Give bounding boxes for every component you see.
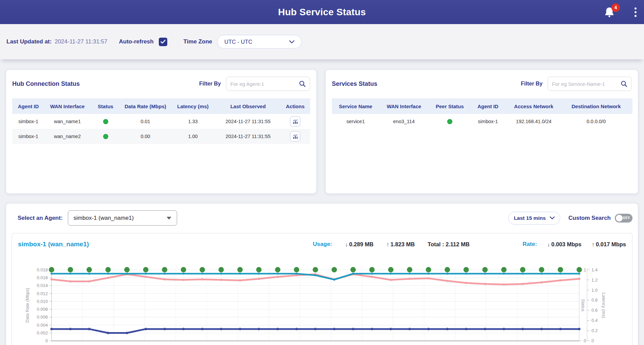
status-dot-up: [103, 119, 108, 124]
hub-connection-table: Agent IDWAN InterfaceStatusData Rate (Mb…: [12, 98, 310, 144]
usage-download: ↓0.289 MB: [345, 241, 374, 248]
destination_network: 0.0.0.0/0: [563, 114, 630, 129]
svg-text:0.4: 0.4: [591, 318, 598, 323]
search-icon[interactable]: [621, 80, 627, 87]
service_name: service1: [332, 114, 379, 129]
custom-search-toggle[interactable]: OFF: [615, 214, 632, 223]
column-header: Access Network: [505, 98, 563, 114]
column-header: Data Rate (Mbps): [121, 98, 170, 114]
usage-upload: ↑1.823 MB: [386, 241, 415, 248]
data_rate: 0.00: [121, 129, 170, 144]
column-header: Actions: [280, 98, 310, 114]
agent-select-dropdown[interactable]: simbox-1 (wan_name1): [68, 210, 177, 226]
time-range-select[interactable]: Last 15 mins: [508, 212, 560, 225]
agent_id: simbox-1: [12, 129, 44, 144]
rate-metrics: Rate: ↓0.003 Mbps ↑0.017 Mbps: [523, 241, 626, 248]
column-header: Agent ID: [471, 98, 505, 114]
chart-axes: [52, 268, 587, 341]
toggle-knob: [616, 215, 623, 222]
svg-text:0: 0: [591, 338, 594, 343]
svg-text:0.2: 0.2: [591, 328, 598, 333]
column-header: Last Observed: [216, 98, 280, 114]
last-updated-label: Last Updated at:: [6, 38, 52, 45]
wan_interface: wan_name1: [44, 114, 90, 129]
svg-text:0.018: 0.018: [37, 267, 48, 272]
services-filter-searchbox: [548, 77, 632, 91]
svg-text:0.008: 0.008: [37, 307, 48, 312]
data_rate: 0.01: [121, 114, 170, 129]
table-row: simbox-1wan_name20.001.002024-11-27 11:3…: [12, 129, 310, 144]
data-rate-axis: 00.0020.0040.0060.0080.0100.0120.0140.01…: [25, 267, 52, 344]
usage-metrics: Usage: ↓0.289 MB ↑1.823 MB Total : 2.112…: [313, 241, 470, 248]
last_observed: 2024-11-27 11:31:55: [216, 114, 280, 129]
filter-by-label: Filter By: [199, 81, 221, 87]
column-header: WAN Interface: [44, 98, 90, 114]
svg-text:Data Rate (Mbps): Data Rate (Mbps): [25, 288, 30, 323]
services-table: Service NameWAN InterfacePeer StatusAgen…: [332, 98, 632, 129]
services-filter-input[interactable]: [552, 81, 621, 87]
status-dot-up: [447, 119, 452, 124]
chevron-down-icon: [289, 40, 295, 43]
notification-count-badge: 4: [611, 3, 620, 12]
agent_id: simbox-1: [471, 114, 505, 129]
svg-text:0.010: 0.010: [37, 299, 48, 304]
chevron-down-icon: [550, 216, 555, 219]
wan_interface: eno3_114: [379, 114, 429, 129]
subheader-bar: Last Updated at: 2024-11-27 11:31:57 Aut…: [0, 24, 644, 59]
column-header: Latency (ms): [170, 98, 216, 114]
wan_interface: wan_name2: [44, 129, 90, 144]
caret-down-icon: [167, 217, 171, 219]
peer_status: [429, 114, 471, 129]
svg-text:0.8: 0.8: [591, 298, 598, 303]
svg-text:1.0: 1.0: [591, 288, 598, 293]
custom-search-label: Custom Search: [568, 215, 611, 222]
auto-refresh-checkbox[interactable]: [159, 38, 167, 46]
svg-text:Latency (ms): Latency (ms): [601, 293, 606, 318]
hub-connection-status-card: Hub Connection Status Filter By Agent ID…: [6, 70, 317, 194]
table-header-row: Service NameWAN InterfacePeer StatusAgen…: [332, 98, 632, 114]
table-row: simbox-1wan_name10.011.332024-11-27 11:3…: [12, 114, 310, 129]
view-chart-button[interactable]: [290, 131, 300, 141]
svg-text:Status: Status: [581, 299, 586, 312]
svg-text:1: 1: [584, 267, 586, 272]
down-arrow-icon: ↓: [345, 241, 348, 247]
hub-filter-input[interactable]: [230, 81, 299, 87]
latency-axis: 00.20.40.60.81.01.21.4Latency (ms): [587, 267, 606, 344]
rate-upload: ↑0.017 Mbps: [592, 241, 626, 248]
column-header: WAN Interface: [379, 98, 429, 114]
card-title: Hub Connection Status: [12, 80, 80, 88]
mini-chart-icon: [292, 134, 298, 139]
timezone-label: Time Zone: [184, 38, 212, 45]
column-header: Service Name: [332, 98, 379, 114]
search-icon[interactable]: [299, 80, 306, 87]
filler-cell: [630, 114, 632, 129]
access_network: 192.168.41.0/24: [505, 114, 563, 129]
svg-text:0.6: 0.6: [591, 308, 598, 313]
timezone-select[interactable]: UTC - UTC: [217, 35, 302, 49]
agent-metrics-chart: 00.0020.0040.0060.0080.0100.0120.0140.01…: [12, 255, 632, 345]
svg-text:0.004: 0.004: [37, 323, 48, 328]
down-arrow-icon: ↓: [547, 241, 550, 247]
kebab-menu-icon[interactable]: [633, 6, 638, 18]
latency: 1.00: [170, 129, 216, 144]
rate-label: Rate:: [523, 241, 537, 248]
auto-refresh-label: Auto-refresh: [119, 38, 154, 45]
view-chart-button[interactable]: [290, 116, 300, 127]
filter-by-label: Filter By: [521, 81, 543, 87]
up-arrow-icon: ↑: [592, 241, 594, 247]
column-header: Status: [90, 98, 121, 114]
svg-text:1.4: 1.4: [591, 267, 598, 272]
select-agent-label: Select an Agent:: [18, 215, 63, 222]
actions-cell: [280, 129, 310, 144]
svg-text:0.016: 0.016: [37, 275, 48, 280]
agent-chart-card: Select an Agent: simbox-1 (wan_name1) La…: [6, 203, 638, 345]
rate-download: ↓0.003 Mbps: [547, 241, 582, 248]
table-header-row: Agent IDWAN InterfaceStatusData Rate (Mb…: [12, 98, 310, 114]
svg-text:0.002: 0.002: [37, 330, 48, 336]
page-title: Hub Service Status: [0, 7, 644, 18]
notifications-button[interactable]: 4: [604, 6, 615, 18]
actions-cell: [280, 114, 310, 129]
mini-chart-icon: [292, 119, 298, 124]
svg-text:1.2: 1.2: [591, 277, 598, 283]
agent-select-value: simbox-1 (wan_name1): [74, 215, 134, 222]
